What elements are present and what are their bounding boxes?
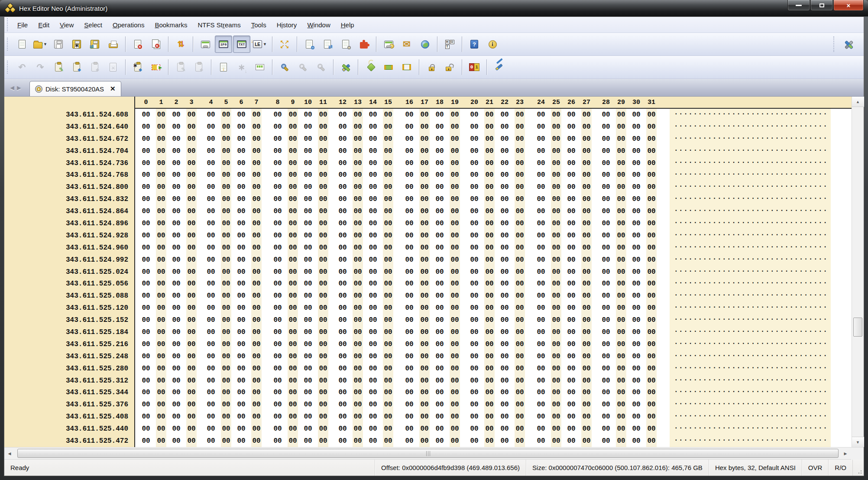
byte-cell[interactable]: 00	[382, 230, 395, 242]
byte-cell[interactable]: 00	[513, 121, 526, 133]
status-encoding[interactable]: Hex bytes, 32, Default ANSI	[709, 460, 802, 476]
byte-cell[interactable]: 00	[513, 230, 526, 242]
row-address[interactable]: 343.611.525.216	[4, 338, 134, 350]
byte-cell[interactable]: 00	[645, 302, 658, 314]
byte-cell[interactable]: 00	[433, 375, 446, 387]
byte-cell[interactable]: 00	[366, 411, 379, 423]
byte-cell[interactable]: 00	[615, 435, 628, 447]
byte-cell[interactable]: 00	[645, 205, 658, 217]
byte-cell[interactable]: 00	[271, 217, 284, 230]
byte-cell[interactable]: 00	[170, 181, 183, 193]
row-address[interactable]: 343.611.525.408	[4, 411, 134, 423]
byte-cell[interactable]: 00	[599, 157, 612, 169]
byte-cell[interactable]: 00	[366, 278, 379, 290]
byte-cell[interactable]: 00	[403, 254, 416, 266]
byte-cell[interactable]: 00	[155, 109, 168, 121]
byte-cell[interactable]: 00	[550, 242, 563, 254]
byte-cell[interactable]: 00	[336, 386, 349, 399]
fill-selection-button[interactable]: ▶	[147, 58, 165, 76]
byte-cell[interactable]: 00	[185, 217, 198, 230]
byte-cell[interactable]: 00	[565, 181, 578, 193]
byte-cell[interactable]: 00	[468, 386, 481, 399]
new-document-button[interactable]	[13, 36, 31, 53]
byte-cell[interactable]: 00	[448, 314, 461, 326]
byte-cell[interactable]: 00	[220, 326, 233, 338]
byte-cell[interactable]: 00	[630, 169, 643, 181]
fill-block-button[interactable]	[362, 58, 379, 76]
byte-cell[interactable]: 00	[139, 266, 152, 278]
byte-cell[interactable]: 00	[513, 169, 526, 181]
byte-cell[interactable]: 00	[351, 109, 364, 121]
byte-cell[interactable]: 00	[615, 375, 628, 387]
byte-cell[interactable]: 00	[185, 205, 198, 217]
row-address[interactable]: 343.611.525.280	[4, 363, 134, 375]
ascii-row[interactable]: ................................	[670, 290, 831, 302]
byte-cell[interactable]: 00	[351, 169, 364, 181]
byte-cell[interactable]: 00	[317, 254, 330, 266]
byte-cell[interactable]: 00	[580, 290, 593, 302]
byte-cell[interactable]: 00	[271, 193, 284, 205]
byte-cell[interactable]: 00	[615, 350, 628, 363]
byte-cell[interactable]: 00	[630, 193, 643, 205]
byte-cell[interactable]: 00	[630, 205, 643, 217]
byte-cell[interactable]: 00	[418, 109, 431, 121]
byte-cell[interactable]: 00	[448, 109, 461, 121]
byte-cell[interactable]: 00	[235, 302, 248, 314]
row-address[interactable]: 343.611.524.832	[4, 193, 134, 205]
byte-cell[interactable]: 00	[220, 375, 233, 387]
byte-cell[interactable]: 00	[599, 411, 612, 423]
byte-cell[interactable]: 00	[301, 375, 314, 387]
byte-cell[interactable]: 00	[170, 435, 183, 447]
byte-cell[interactable]: 00	[382, 278, 395, 290]
byte-cell[interactable]: 00	[565, 399, 578, 411]
menu-operations[interactable]: Operations	[108, 19, 149, 31]
byte-cell[interactable]: 00	[301, 363, 314, 375]
byte-cell[interactable]: 00	[235, 290, 248, 302]
byte-cell[interactable]: 00	[204, 350, 217, 363]
byte-cell[interactable]: 00	[615, 254, 628, 266]
byte-cell[interactable]: 00	[565, 157, 578, 169]
byte-cell[interactable]: 00	[615, 326, 628, 338]
byte-cell[interactable]: 00	[448, 338, 461, 350]
byte-cell[interactable]: 00	[220, 109, 233, 121]
row-address[interactable]: 343.611.525.376	[4, 399, 134, 411]
byte-cell[interactable]: 00	[185, 157, 198, 169]
byte-cell[interactable]: 00	[185, 242, 198, 254]
byte-cell[interactable]: 00	[317, 242, 330, 254]
byte-cell[interactable]: 00	[550, 423, 563, 435]
byte-cell[interactable]: 00	[250, 278, 263, 290]
byte-cell[interactable]: 00	[155, 242, 168, 254]
byte-cell[interactable]: 00	[301, 205, 314, 217]
byte-cell[interactable]: 00	[170, 230, 183, 242]
byte-cell[interactable]: 00	[382, 302, 395, 314]
byte-cell[interactable]: 00	[483, 278, 496, 290]
byte-cell[interactable]: 00	[286, 338, 299, 350]
byte-cell[interactable]: 00	[498, 302, 511, 314]
byte-cell[interactable]: 00	[170, 145, 183, 157]
byte-cell[interactable]: 00	[170, 290, 183, 302]
byte-cell[interactable]: 00	[630, 435, 643, 447]
byte-cell[interactable]: 00	[599, 266, 612, 278]
byte-cell[interactable]: 00	[580, 363, 593, 375]
byte-cell[interactable]: 00	[498, 169, 511, 181]
byte-cell[interactable]: 00	[565, 338, 578, 350]
byte-cell[interactable]: 00	[220, 278, 233, 290]
byte-cell[interactable]: 00	[366, 314, 379, 326]
byte-cell[interactable]: 00	[403, 350, 416, 363]
byte-cell[interactable]: 00	[645, 157, 658, 169]
byte-cell[interactable]: 00	[645, 169, 658, 181]
byte-cell[interactable]: 00	[534, 121, 547, 133]
byte-cell[interactable]: 00	[139, 109, 152, 121]
byte-cell[interactable]: 00	[498, 205, 511, 217]
byte-cell[interactable]: 00	[550, 338, 563, 350]
byte-cell[interactable]: 00	[645, 411, 658, 423]
byte-cell[interactable]: 00	[645, 242, 658, 254]
byte-cell[interactable]: 00	[235, 326, 248, 338]
byte-cell[interactable]: 00	[468, 169, 481, 181]
ascii-row[interactable]: ................................	[670, 411, 831, 423]
byte-cell[interactable]: 00	[185, 193, 198, 205]
byte-cell[interactable]: 00	[220, 145, 233, 157]
select-block-button[interactable]	[398, 58, 415, 76]
help-button[interactable]: ?	[466, 36, 483, 53]
byte-cell[interactable]: 00	[513, 338, 526, 350]
